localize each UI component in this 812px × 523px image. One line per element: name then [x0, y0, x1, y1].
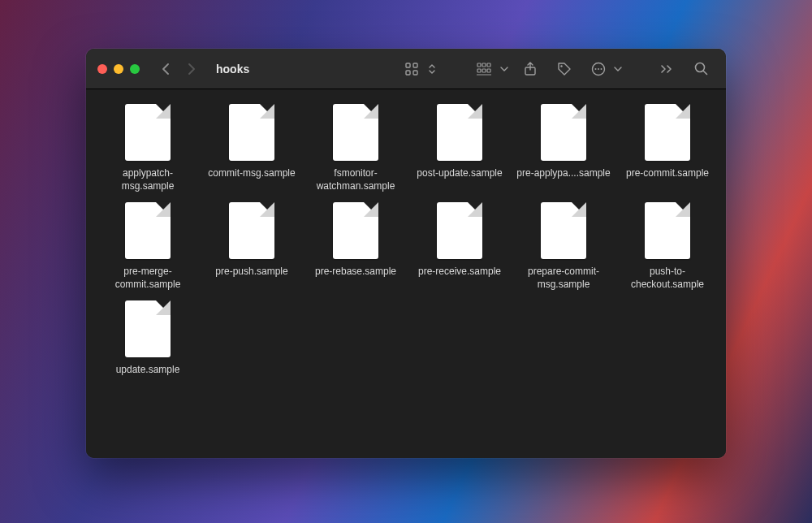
file-item[interactable]: pre-rebase.sample [305, 202, 406, 291]
document-icon [125, 104, 171, 161]
file-label: fsmonitor-watchman.sample [307, 167, 404, 192]
share-button[interactable] [516, 58, 544, 80]
file-item[interactable]: prepare-commit-msg.sample [513, 202, 614, 291]
svg-rect-1 [413, 63, 417, 67]
action-menu-button[interactable] [585, 58, 624, 80]
file-item[interactable]: pre-commit.sample [617, 104, 718, 192]
svg-rect-8 [482, 69, 486, 72]
window-controls [97, 64, 140, 74]
file-item[interactable]: applypatch-msg.sample [97, 104, 198, 192]
group-by-icon [471, 58, 499, 80]
tags-button[interactable] [551, 58, 578, 80]
forward-button[interactable] [182, 59, 201, 79]
file-label: pre-rebase.sample [315, 266, 396, 279]
svg-rect-7 [477, 69, 481, 72]
file-label: update.sample [116, 364, 180, 377]
document-icon [125, 202, 171, 259]
file-item[interactable]: update.sample [97, 300, 198, 377]
svg-rect-0 [406, 63, 410, 67]
ellipsis-circle-icon [585, 58, 612, 80]
close-button[interactable] [97, 64, 107, 74]
svg-line-18 [703, 71, 706, 74]
file-label: push-to-checkout.sample [619, 266, 716, 291]
minimize-button[interactable] [114, 64, 123, 74]
file-grid: applypatch-msg.samplecommit-msg.samplefs… [97, 104, 715, 377]
svg-rect-6 [487, 63, 490, 67]
file-label: pre-commit.sample [626, 167, 709, 180]
file-label: commit-msg.sample [208, 167, 295, 180]
document-icon [125, 300, 171, 357]
svg-point-15 [598, 68, 599, 70]
document-icon [541, 104, 586, 161]
document-icon [333, 202, 378, 259]
icon-view-button[interactable] [398, 58, 425, 80]
document-icon [333, 104, 378, 161]
svg-point-14 [595, 68, 597, 70]
search-button[interactable] [687, 58, 715, 80]
file-item[interactable]: pre-applypa....sample [513, 104, 614, 192]
document-icon [645, 202, 690, 259]
svg-rect-3 [413, 71, 417, 75]
file-item[interactable]: pre-push.sample [201, 202, 302, 291]
file-item[interactable]: commit-msg.sample [201, 104, 302, 192]
file-item[interactable]: push-to-checkout.sample [617, 202, 718, 291]
svg-rect-9 [487, 69, 490, 72]
file-label: post-update.sample [417, 167, 502, 180]
chevron-down-icon [612, 58, 624, 80]
svg-point-16 [601, 68, 603, 70]
group-by-control[interactable] [471, 58, 510, 80]
view-switcher-icon[interactable] [425, 58, 438, 80]
file-item[interactable]: pre-receive.sample [409, 202, 510, 291]
file-item[interactable]: post-update.sample [409, 104, 510, 192]
view-mode-group [398, 58, 438, 80]
svg-rect-5 [482, 63, 486, 67]
window-title: hooks [216, 63, 249, 76]
file-grid-area[interactable]: applypatch-msg.samplecommit-msg.samplefs… [86, 89, 726, 458]
file-label: pre-applypa....sample [516, 167, 610, 180]
svg-rect-2 [406, 71, 410, 75]
file-item[interactable]: pre-merge-commit.sample [97, 202, 198, 291]
file-label: pre-merge-commit.sample [99, 266, 197, 291]
file-label: pre-receive.sample [418, 266, 501, 279]
titlebar: hooks [86, 49, 726, 89]
maximize-button[interactable] [130, 64, 140, 74]
chevron-down-icon [499, 58, 510, 80]
file-label: prepare-commit-msg.sample [515, 266, 612, 291]
document-icon [541, 202, 586, 259]
file-item[interactable]: fsmonitor-watchman.sample [305, 104, 406, 192]
document-icon [437, 104, 482, 161]
file-label: applypatch-msg.sample [99, 167, 197, 192]
back-button[interactable] [156, 59, 175, 79]
svg-point-12 [560, 65, 562, 67]
document-icon [229, 202, 274, 259]
document-icon [229, 104, 274, 161]
document-icon [645, 104, 690, 161]
overflow-button[interactable] [653, 58, 680, 80]
document-icon [437, 202, 482, 259]
file-label: pre-push.sample [215, 266, 287, 279]
svg-rect-4 [477, 63, 481, 67]
finder-window: hooks [86, 49, 726, 458]
